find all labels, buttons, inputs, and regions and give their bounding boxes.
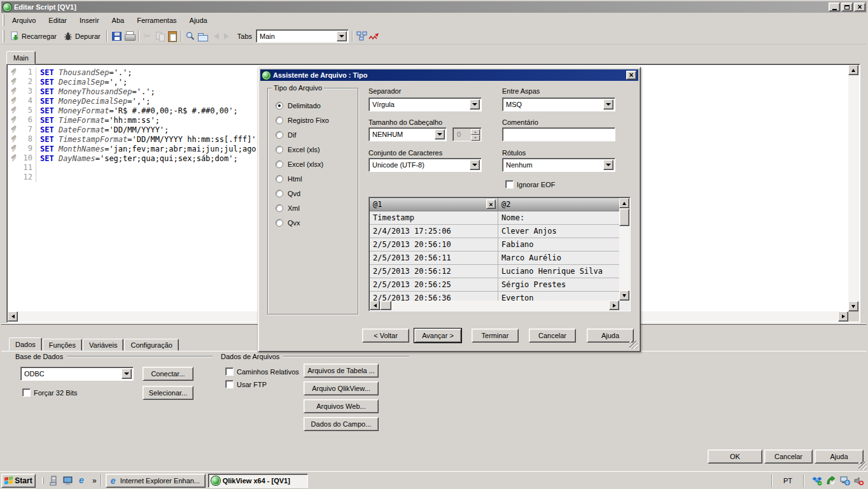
- server-icon[interactable]: [49, 476, 59, 486]
- menu-drag-grip[interactable]: [3, 15, 4, 26]
- dialog-close-button[interactable]: ×: [626, 71, 636, 80]
- scroll-up-icon[interactable]: [848, 65, 858, 75]
- menu-item-ferramentas[interactable]: Ferramentas: [130, 13, 183, 28]
- chevron-down-icon[interactable]: [435, 129, 445, 139]
- hscroll-thumb[interactable]: [380, 301, 391, 310]
- find-icon[interactable]: [185, 31, 196, 41]
- scroll-down-icon[interactable]: [848, 301, 858, 311]
- print-icon[interactable]: [124, 31, 135, 41]
- editor-vscrollbar[interactable]: [848, 65, 859, 311]
- spin-down-icon[interactable]: [471, 135, 480, 141]
- scroll-right-icon[interactable]: [838, 311, 848, 322]
- taskbar-task-qlikview-x64-qv1[interactable]: QlikView x64 - [QV1]: [208, 474, 308, 488]
- radio-excel-xlsx[interactable]: Excel (xlsx): [276, 160, 329, 168]
- menu-item-arquivo[interactable]: Arquivo: [6, 13, 42, 28]
- vscroll-thumb[interactable]: [619, 208, 629, 226]
- ok-button[interactable]: OK: [708, 450, 762, 464]
- start-button[interactable]: Start: [1, 474, 36, 488]
- minimize-button[interactable]: [829, 3, 840, 11]
- comment-input[interactable]: [502, 127, 615, 141]
- language-indicator[interactable]: PT: [780, 474, 795, 487]
- relative-paths-checkbox[interactable]: Caminhos Relativos: [225, 367, 299, 376]
- scroll-up-icon[interactable]: [619, 198, 629, 208]
- menu-item-inserir[interactable]: Inserir: [73, 13, 106, 28]
- show-desktop-icon[interactable]: [63, 476, 73, 486]
- column-header[interactable]: @1 ×: [370, 198, 498, 211]
- chevron-down-icon[interactable]: [603, 160, 613, 170]
- close-button[interactable]: ×: [854, 3, 865, 11]
- labels-combo[interactable]: Nenhum: [502, 158, 615, 172]
- folder-icon[interactable]: [197, 31, 208, 41]
- save-icon[interactable]: [112, 32, 122, 41]
- volume-muted-icon[interactable]: [854, 476, 864, 486]
- radio-registro-fixo[interactable]: Registro Fixo: [276, 117, 329, 124]
- radio-excel-xls[interactable]: Excel (xls): [276, 146, 329, 153]
- radio-qvd[interactable]: Qvd: [276, 190, 329, 197]
- menu-item-editar[interactable]: Editar: [42, 13, 73, 28]
- dialog-button-ajuda[interactable]: Ajuda: [587, 329, 634, 343]
- select-button[interactable]: Selecionar...: [143, 386, 193, 400]
- script-error-icon[interactable]: [368, 31, 379, 41]
- table-viewer-icon[interactable]: [356, 31, 367, 41]
- quoting-combo[interactable]: MSQ: [502, 97, 615, 111]
- button-arquivo-qlikview[interactable]: Arquivo QlikView...: [304, 381, 379, 395]
- dialog-button-cancelar[interactable]: Cancelar: [529, 329, 576, 343]
- radio-html[interactable]: Html: [276, 175, 329, 183]
- paste-icon[interactable]: [167, 31, 178, 41]
- scroll-right-icon[interactable]: [609, 301, 619, 310]
- pane-tab-variaveis[interactable]: Variáveis: [83, 339, 123, 351]
- dialog-button-avancar[interactable]: Avançar >: [414, 329, 461, 343]
- column-header[interactable]: @2: [498, 198, 619, 211]
- chevron-down-icon[interactable]: [470, 160, 480, 170]
- spin-up-icon[interactable]: [471, 129, 480, 135]
- window-resize-grip[interactable]: [858, 462, 867, 470]
- table-hscrollbar[interactable]: [370, 301, 619, 310]
- ignore-eof-checkbox[interactable]: Ignorar EOF: [505, 180, 556, 188]
- menu-item-aba[interactable]: Aba: [106, 13, 131, 28]
- toolbar-drag-grip[interactable]: [3, 30, 4, 42]
- chevron-down-icon[interactable]: [603, 99, 613, 110]
- scroll-left-icon[interactable]: [8, 311, 18, 322]
- separator-combo[interactable]: Vírgula: [368, 97, 482, 111]
- script-tab-main[interactable]: Main: [6, 51, 36, 64]
- pane-tab-configuracao[interactable]: Configuração: [124, 339, 178, 351]
- chevron-down-icon[interactable]: [122, 369, 132, 379]
- connect-button[interactable]: Conectar...: [143, 367, 193, 381]
- taskbar-task-internet-explorer-enhan[interactable]: eInternet Explorer Enhan...: [106, 474, 206, 488]
- use-ftp-checkbox[interactable]: Usar FTP: [225, 380, 267, 388]
- network-icon[interactable]: [840, 476, 850, 486]
- radio-qvx[interactable]: Qvx: [276, 219, 329, 227]
- ie-icon[interactable]: e: [77, 476, 87, 486]
- reload-button[interactable]: Recarregar: [7, 30, 59, 43]
- pane-tab-dados[interactable]: Dados: [9, 337, 42, 351]
- dialog-button-terminar[interactable]: Terminar: [472, 329, 519, 343]
- tabs-combo[interactable]: Main: [256, 29, 349, 43]
- force-32bits-checkbox[interactable]: Forçar 32 Bits: [22, 388, 77, 397]
- cancel-button[interactable]: Cancelar: [764, 450, 813, 464]
- column-close-icon[interactable]: ×: [486, 199, 496, 209]
- restore-button[interactable]: [841, 3, 853, 11]
- radio-xml[interactable]: Xml: [276, 204, 329, 212]
- radio-dif[interactable]: Dif: [276, 131, 329, 139]
- dialog-button-voltar[interactable]: < Voltar: [362, 329, 409, 343]
- button-dados-do-campo[interactable]: Dados do Campo...: [304, 417, 379, 431]
- pane-tab-funcoes[interactable]: Funções: [43, 339, 82, 351]
- quicklaunch-drag-grip[interactable]: [42, 478, 44, 484]
- button-arquivos-de-tabela[interactable]: Arquivos de Tabela ...: [304, 364, 379, 378]
- updates-icon[interactable]: [826, 476, 836, 486]
- dropbox-icon[interactable]: [812, 476, 822, 486]
- help-button[interactable]: Ajuda: [815, 450, 864, 464]
- dialog-resize-grip[interactable]: [629, 341, 638, 349]
- charset-combo[interactable]: Unicode (UTF-8): [368, 158, 482, 172]
- debug-button[interactable]: Depurar: [60, 30, 103, 43]
- scroll-left-icon[interactable]: [370, 301, 380, 310]
- chevron-down-icon[interactable]: [470, 99, 480, 110]
- menu-item-ajuda[interactable]: Ajuda: [183, 13, 214, 28]
- button-arquivos-web[interactable]: Arquivos Web...: [304, 399, 379, 413]
- header-size-combo[interactable]: NENHUM: [368, 127, 447, 141]
- quicklaunch-overflow-chevron[interactable]: »: [92, 476, 97, 485]
- radio-delimitado[interactable]: Delimitado: [276, 102, 329, 110]
- database-combo[interactable]: ODBC: [20, 367, 134, 381]
- chevron-down-icon[interactable]: [337, 31, 347, 41]
- scroll-down-icon[interactable]: [619, 290, 629, 301]
